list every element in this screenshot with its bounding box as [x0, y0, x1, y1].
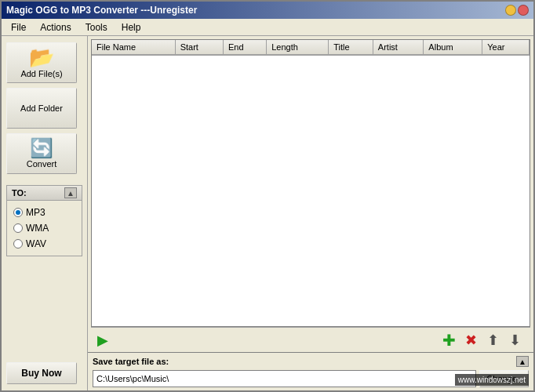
title-bar-buttons	[505, 5, 529, 16]
col-start: Start	[175, 40, 223, 55]
add-files-button[interactable]: 📂 Add File(s)	[6, 42, 77, 83]
format-wav-label: WAV	[26, 238, 46, 249]
move-down-button[interactable]: ⬇	[505, 331, 524, 350]
save-collapse-button[interactable]: ▲	[516, 356, 529, 367]
convert-label: Convert	[27, 159, 57, 169]
format-section: TO: ▲ MP3 WMA WAV	[6, 185, 82, 256]
format-wma-radio[interactable]	[13, 223, 23, 233]
col-artist: Artist	[373, 40, 424, 55]
bottom-toolbar: ▶ ✚ ✖ ⬆ ⬇	[91, 327, 530, 352]
buy-now-button[interactable]: Buy Now	[6, 362, 77, 384]
save-target-header: Save target file as: ▲	[93, 356, 529, 367]
remove-track-button[interactable]: ✖	[461, 331, 480, 350]
format-mp3-label: MP3	[26, 207, 45, 218]
format-collapse-button[interactable]: ▲	[64, 187, 77, 198]
play-button[interactable]: ▶	[97, 333, 108, 347]
minimize-button[interactable]	[505, 5, 516, 16]
format-title: TO:	[12, 188, 27, 198]
add-track-button[interactable]: ✚	[439, 331, 458, 350]
close-button[interactable]	[518, 5, 529, 16]
save-target-label: Save target file as:	[93, 357, 169, 366]
title-bar: Magic OGG to MP3 Converter ---Unregister	[2, 2, 533, 19]
format-options: MP3 WMA WAV	[7, 201, 82, 256]
left-panel: 📂 Add File(s) Add Folder 🔄 Convert TO: ▲	[2, 36, 88, 390]
file-table-container[interactable]: File Name Start End Length Title Artist …	[91, 39, 530, 327]
format-wma-option[interactable]: WMA	[13, 223, 75, 234]
add-folder-label: Add Folder	[20, 103, 63, 113]
format-wma-label: WMA	[26, 223, 49, 234]
menu-help[interactable]: Help	[115, 20, 147, 34]
col-end: End	[224, 40, 267, 55]
convert-icon: 🔄	[30, 139, 53, 158]
move-up-button[interactable]: ⬆	[483, 331, 502, 350]
main-content: 📂 Add File(s) Add Folder 🔄 Convert TO: ▲	[2, 36, 533, 390]
format-header: TO: ▲	[7, 186, 82, 201]
format-wav-option[interactable]: WAV	[13, 238, 75, 249]
file-table: File Name Start End Length Title Artist …	[92, 40, 530, 56]
menu-bar: File Actions Tools Help	[2, 19, 533, 36]
col-filename: File Name	[92, 40, 175, 55]
right-panel: File Name Start End Length Title Artist …	[88, 36, 533, 390]
save-path-row: Change..	[93, 370, 529, 387]
save-target-bar: Save target file as: ▲ Change..	[88, 352, 533, 390]
add-files-icon: 📂	[29, 47, 54, 67]
window-title: Magic OGG to MP3 Converter ---Unregister	[6, 5, 197, 16]
convert-button[interactable]: 🔄 Convert	[6, 133, 77, 174]
format-mp3-radio[interactable]	[13, 208, 23, 217]
table-header-row: File Name Start End Length Title Artist …	[92, 40, 530, 55]
menu-file[interactable]: File	[5, 20, 32, 34]
add-files-label: Add File(s)	[20, 69, 62, 78]
col-year: Year	[482, 40, 530, 55]
col-length: Length	[267, 40, 329, 55]
col-album: Album	[424, 40, 482, 55]
save-path-input[interactable]	[93, 370, 476, 387]
format-wav-radio[interactable]	[13, 239, 23, 249]
add-folder-button[interactable]: Add Folder	[6, 88, 77, 129]
menu-tools[interactable]: Tools	[79, 20, 114, 34]
change-path-button[interactable]: Change..	[479, 370, 529, 387]
format-mp3-option[interactable]: MP3	[13, 207, 75, 218]
col-title: Title	[329, 40, 373, 55]
menu-actions[interactable]: Actions	[34, 20, 77, 34]
